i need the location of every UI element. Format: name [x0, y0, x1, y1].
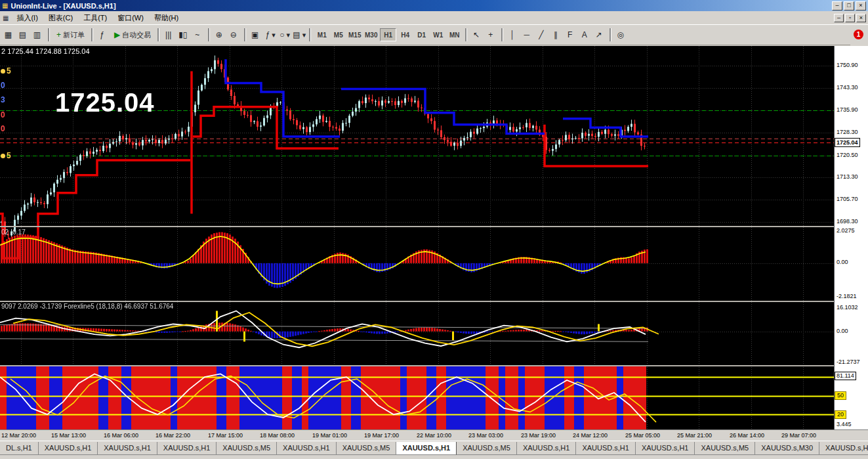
- time-axis-label: 24 Mar 12:00: [573, 432, 608, 439]
- price-scale[interactable]: 1750.901743.301735.901728.301720.501713.…: [834, 46, 868, 429]
- zoom-out-icon[interactable]: ⊖: [228, 28, 241, 42]
- child-close-button[interactable]: ×: [856, 14, 866, 22]
- toolbar-item[interactable]: [157, 28, 159, 41]
- close-button[interactable]: ×: [856, 1, 866, 11]
- chart-tab[interactable]: XAUUSD.s,H1: [636, 442, 695, 455]
- menu-item[interactable]: 图表(C): [43, 12, 78, 24]
- price-scale-label: 0.00: [837, 259, 848, 266]
- indicator-list-icon[interactable]: ƒ▾: [264, 28, 277, 42]
- child-restore-button[interactable]: ▫: [845, 14, 855, 22]
- indicator-value-fragment: 0: [1, 124, 5, 133]
- indicator-value-fragment: 0: [1, 110, 5, 120]
- time-axis-label: 12 Mar 20:00: [1, 432, 36, 439]
- indicator2-label: 9097 2.0269 -3.1739 Forexline5 (18,18,8)…: [1, 303, 173, 310]
- tf-m30-button[interactable]: M30: [363, 29, 379, 41]
- chart-tab[interactable]: XAUUSD.s,M30: [755, 442, 819, 455]
- minimize-button[interactable]: –: [832, 1, 842, 11]
- chart-tab[interactable]: XAUUSD.s,M5: [337, 442, 397, 455]
- trend-line-icon[interactable]: ╱: [535, 28, 548, 42]
- tf-w1-button[interactable]: W1: [430, 29, 445, 41]
- auto-trading-button[interactable]: ▶自动交易: [111, 28, 154, 42]
- time-axis-label: 15 Mar 13:00: [51, 432, 86, 439]
- mt4-window: ▦ UnionInt-Live - [XAUUSD.s,H1] – □ × ▦ …: [0, 0, 868, 459]
- time-axis-label: 19 Mar 01:00: [312, 432, 347, 439]
- indicator1-label: 02 -0.17: [1, 229, 26, 236]
- toolbar-item[interactable]: [91, 28, 93, 41]
- timeframes-menu-icon[interactable]: ○▾: [278, 28, 291, 42]
- menu-item[interactable]: 工具(T): [78, 12, 112, 24]
- price-scale-label: 16.1032: [837, 304, 858, 311]
- new-order-button[interactable]: +新订单: [53, 28, 88, 42]
- toolbar-item[interactable]: [309, 28, 311, 41]
- chart-tab[interactable]: XAUUSD.s,M5: [217, 442, 277, 455]
- menu-item[interactable]: 帮助(H): [149, 12, 184, 24]
- toolbar-item[interactable]: [48, 28, 50, 41]
- child-minimize-button[interactable]: –: [834, 14, 844, 22]
- chart-tab[interactable]: XAUUSD.s,H1: [819, 442, 868, 455]
- toolbar-item[interactable]: [610, 28, 611, 41]
- chart-tab[interactable]: XAUUSD.s,M5: [457, 442, 517, 455]
- menu-item[interactable]: 窗口(W): [112, 12, 149, 24]
- chart-tab[interactable]: DL.s,H1: [0, 442, 39, 455]
- tf-mn-button[interactable]: MN: [447, 29, 462, 41]
- time-axis-label: 16 Mar 06:00: [104, 432, 138, 439]
- channel-icon[interactable]: ∥: [550, 28, 563, 42]
- chart-tab[interactable]: XAUUSD.s,H1: [98, 442, 157, 455]
- price-scale-label: 1743.30: [837, 84, 858, 91]
- zoom-in-icon[interactable]: ⊕: [213, 28, 226, 42]
- fibonacci-icon[interactable]: F: [564, 28, 577, 42]
- chart-tab[interactable]: XAUUSD.s,H1: [576, 442, 636, 455]
- tf-d1-button[interactable]: D1: [414, 29, 429, 41]
- expert-advisors-icon[interactable]: ƒ: [96, 28, 110, 42]
- menu-item[interactable]: 插入(I): [11, 12, 43, 24]
- time-axis-label: 19 Mar 17:00: [364, 432, 399, 439]
- templates-icon[interactable]: ▤▾: [293, 28, 306, 42]
- tf-h1-button[interactable]: H1: [380, 28, 396, 41]
- titlebar: ▦ UnionInt-Live - [XAUUSD.s,H1] – □ ×: [0, 0, 868, 11]
- horizontal-line-icon[interactable]: ─: [521, 28, 534, 42]
- chart-tab[interactable]: XAUUSD.s,H1: [157, 442, 217, 455]
- time-axis-label: 18 Mar 08:00: [260, 432, 295, 439]
- time-axis-label: 16 Mar 22:00: [155, 432, 190, 439]
- notification-badge[interactable]: 1: [854, 30, 863, 39]
- arrow-objects-icon[interactable]: ↗: [593, 28, 606, 42]
- crosshair-icon[interactable]: +: [485, 28, 498, 42]
- magnifier-icon[interactable]: ◎: [615, 28, 628, 42]
- time-axis-label: 17 Mar 15:00: [208, 432, 243, 439]
- new-chart-icon[interactable]: ▦: [3, 28, 16, 42]
- time-axis-label: 23 Mar 03:00: [468, 432, 503, 439]
- price-scale-label: 50: [835, 391, 846, 400]
- current-price-marker: 1725.04: [835, 138, 860, 147]
- tf-m15-button[interactable]: M15: [347, 29, 362, 41]
- vertical-line-icon[interactable]: │: [506, 28, 520, 42]
- ohlc-bars-icon[interactable]: |||: [163, 28, 176, 42]
- menu-items: 插入(I)图表(C)工具(T)窗口(W)帮助(H): [11, 12, 184, 24]
- window-list-icon[interactable]: ▥: [31, 28, 45, 42]
- toolbar-item[interactable]: [501, 28, 503, 41]
- line-chart-icon[interactable]: ~: [192, 28, 205, 42]
- time-axis[interactable]: 12 Mar 20:0015 Mar 13:0016 Mar 06:0016 M…: [0, 429, 868, 441]
- toolbar-item[interactable]: [244, 28, 246, 41]
- app-icon: ▦: [2, 2, 8, 9]
- window-title: UnionInt-Live - [XAUUSD.s,H1]: [10, 2, 115, 10]
- tile-windows-icon[interactable]: ▣: [249, 28, 262, 42]
- toolbar-item[interactable]: [465, 28, 467, 41]
- candlestick-chart-icon[interactable]: ▮▯: [177, 28, 190, 42]
- price-scale-label: 20: [835, 410, 846, 419]
- menubar: ▦ 插入(I)图表(C)工具(T)窗口(W)帮助(H) – ▫ ×: [0, 11, 868, 25]
- chart-tab[interactable]: XAUUSD.s,M5: [695, 442, 755, 455]
- chart-tab[interactable]: XAUUSD.s,H1: [277, 442, 337, 455]
- tf-m5-button[interactable]: M5: [331, 29, 346, 41]
- price-scale-label: 1728.30: [837, 129, 858, 136]
- price-scale-label: 0.00: [837, 328, 848, 335]
- restore-button[interactable]: □: [844, 1, 854, 11]
- text-label-icon[interactable]: A: [579, 28, 592, 42]
- chart-profiles-icon[interactable]: ▤: [17, 28, 30, 42]
- chart-tab[interactable]: XAUUSD.s,H1: [517, 442, 577, 455]
- chart-tab[interactable]: XAUUSD.s,H1: [396, 442, 457, 455]
- chart-tab[interactable]: XAUUSD.s,H1: [39, 442, 98, 455]
- toolbar-item[interactable]: [208, 28, 210, 41]
- cursor-icon[interactable]: ↖: [470, 28, 484, 42]
- tf-m1-button[interactable]: M1: [314, 29, 329, 41]
- tf-h4-button[interactable]: H4: [398, 29, 413, 41]
